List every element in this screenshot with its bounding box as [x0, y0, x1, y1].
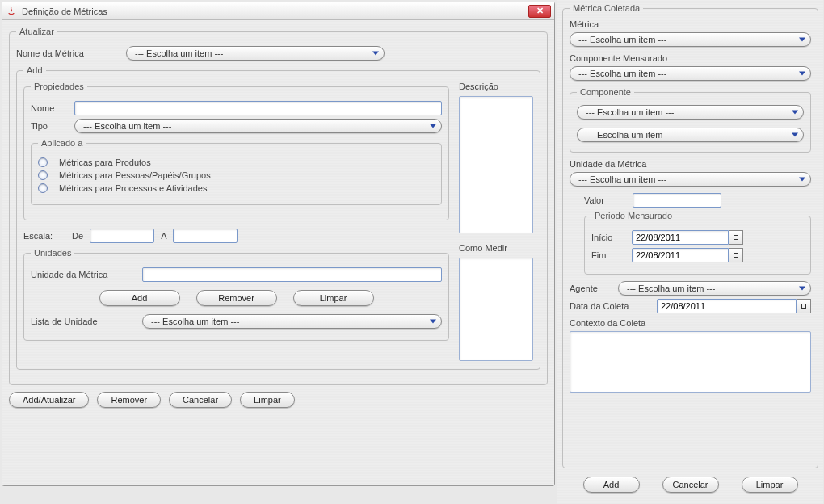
label-nome: Nome: [31, 103, 68, 113]
label-como-medir: Como Medir: [459, 243, 533, 253]
legend-propiedades: Propiedades: [31, 82, 87, 91]
chevron-down-icon: [799, 178, 805, 182]
group-metrica-coletada: Métrica Coletada Métrica --- Escolha um …: [562, 3, 818, 468]
radio-icon: [38, 158, 48, 167]
limpar-button[interactable]: Limpar: [240, 392, 295, 408]
textarea-descricao[interactable]: [459, 96, 533, 233]
label-fim: Fim: [591, 250, 625, 260]
legend-aplicado: Aplicado a: [38, 138, 86, 148]
legend-componente: Componente: [577, 87, 634, 97]
combo-lista-unidade[interactable]: --- Escolha um item ---: [142, 314, 442, 329]
label-escala: Escala:: [23, 231, 53, 241]
label-componente-mensurado: Componente Mensurado: [570, 53, 811, 63]
label-agente: Agente: [570, 284, 612, 293]
chevron-down-icon: [430, 124, 436, 128]
right-cancelar-button[interactable]: Cancelar: [662, 477, 719, 493]
chevron-down-icon: [430, 320, 436, 324]
label-nome-metrica: Nome da Métrica: [16, 48, 120, 58]
radio-icon: [38, 170, 48, 180]
label-lista-unidade: Lista de Unidade: [31, 317, 136, 326]
legend-add: Add: [23, 65, 46, 75]
combo-unidade-metrica-r-text: --- Escolha um item ---: [578, 174, 666, 184]
unidade-add-button[interactable]: Add: [99, 290, 180, 306]
chevron-down-icon: [799, 287, 805, 291]
group-componente: Componente --- Escolha um item --- --- E…: [570, 87, 811, 153]
input-inicio[interactable]: [632, 230, 729, 245]
calendar-icon: [801, 304, 806, 309]
input-a[interactable]: [173, 229, 238, 243]
legend-unidades: Unidades: [31, 248, 74, 258]
chevron-down-icon: [799, 38, 805, 42]
chevron-down-icon: [372, 52, 379, 56]
radio-label-2: Métricas para Pessoas/Papéis/Grupos: [59, 170, 211, 180]
window-title: Definição de Métricas: [22, 6, 107, 16]
legend-metrica-coletada: Métrica Coletada: [570, 3, 643, 13]
group-aplicado: Aplicado a Métricas para Produtos Métric…: [31, 138, 442, 205]
textarea-contexto[interactable]: [570, 331, 811, 393]
calendar-icon: [734, 253, 738, 258]
label-contexto: Contexto da Coleta: [570, 318, 811, 328]
combo-nome-metrica-text: --- Escolha um item ---: [135, 48, 223, 58]
label-data-coleta: Data da Coleta: [570, 301, 650, 311]
panel-metrica-coletada: Métrica Coletada Métrica --- Escolha um …: [557, 0, 823, 504]
date-picker-button-fim[interactable]: [729, 248, 743, 262]
radio-row-3[interactable]: Métricas para Processos e Atividades: [38, 183, 435, 193]
legend-periodo: Periodo Mensurado: [591, 211, 675, 220]
label-metrica: Métrica: [570, 19, 811, 29]
input-nome[interactable]: [74, 101, 442, 116]
date-picker-button-coleta[interactable]: [797, 299, 811, 313]
close-button[interactable]: ✕: [528, 5, 551, 18]
combo-nome-metrica[interactable]: --- Escolha um item ---: [126, 46, 385, 61]
combo-agente[interactable]: --- Escolha um item ---: [618, 281, 811, 296]
label-valor: Valor: [584, 195, 626, 205]
combo-unidade-metrica-r[interactable]: --- Escolha um item ---: [570, 172, 811, 187]
radio-row-2[interactable]: Métricas para Pessoas/Papéis/Grupos: [38, 170, 435, 180]
combo-componente-2[interactable]: --- Escolha um item ---: [577, 128, 804, 142]
unidade-limpar-button[interactable]: Limpar: [293, 290, 374, 306]
remover-button[interactable]: Remover: [97, 392, 161, 408]
combo-componente-1-text: --- Escolha um item ---: [586, 107, 674, 117]
group-periodo: Periodo Mensurado Início Fim: [584, 211, 811, 275]
unidade-remover-button[interactable]: Remover: [196, 290, 277, 306]
window-definicao-metricas: Definição de Métricas ✕ Atualizar Nome d…: [2, 2, 555, 486]
close-icon: ✕: [536, 6, 544, 16]
label-tipo: Tipo: [31, 121, 68, 131]
radio-icon: [38, 183, 48, 193]
chevron-down-icon: [792, 133, 798, 137]
combo-lista-unidade-text: --- Escolha um item ---: [151, 317, 239, 326]
label-unidade-metrica: Unidade da Métrica: [31, 270, 136, 279]
calendar-icon: [734, 235, 738, 240]
group-unidades: Unidades Unidade da Métrica Add Remover …: [23, 248, 449, 341]
input-fim[interactable]: [632, 248, 729, 262]
label-unidade-metrica-r: Unidade da Métrica: [570, 159, 811, 169]
combo-comp-mens-text: --- Escolha um item ---: [578, 69, 666, 78]
combo-componente-2-text: --- Escolha um item ---: [586, 130, 674, 140]
cancelar-button[interactable]: Cancelar: [169, 392, 232, 408]
combo-metrica-text: --- Escolha um item ---: [578, 35, 666, 44]
combo-tipo[interactable]: --- Escolha um item ---: [74, 119, 442, 133]
legend-atualizar: Atualizar: [16, 27, 57, 36]
input-data-coleta[interactable]: [657, 299, 797, 313]
right-limpar-button[interactable]: Limpar: [742, 477, 798, 493]
combo-componente-mensurado[interactable]: --- Escolha um item ---: [570, 66, 811, 81]
combo-agente-text: --- Escolha um item ---: [627, 284, 715, 293]
group-propiedades: Propiedades Nome Tipo --- Escolha um ite…: [23, 82, 449, 220]
java-icon: [6, 6, 17, 17]
group-add: Add Propiedades Nome Tipo: [16, 65, 540, 370]
add-atualizar-button[interactable]: Add/Atualizar: [9, 392, 89, 408]
combo-metrica[interactable]: --- Escolha um item ---: [570, 32, 811, 47]
label-a: A: [161, 231, 166, 241]
right-add-button[interactable]: Add: [583, 477, 640, 493]
app-root: Definição de Métricas ✕ Atualizar Nome d…: [0, 0, 824, 504]
label-de: De: [72, 231, 83, 241]
input-valor[interactable]: [633, 193, 721, 208]
date-picker-button-inicio[interactable]: [729, 230, 743, 245]
radio-label-1: Métricas para Produtos: [59, 158, 151, 167]
combo-tipo-text: --- Escolha um item ---: [83, 121, 171, 131]
combo-componente-1[interactable]: --- Escolha um item ---: [577, 105, 804, 120]
radio-row-1[interactable]: Métricas para Produtos: [38, 158, 435, 167]
textarea-como-medir[interactable]: [459, 258, 533, 361]
input-unidade-metrica[interactable]: [142, 267, 442, 282]
chevron-down-icon: [792, 111, 798, 115]
input-de[interactable]: [90, 229, 154, 243]
